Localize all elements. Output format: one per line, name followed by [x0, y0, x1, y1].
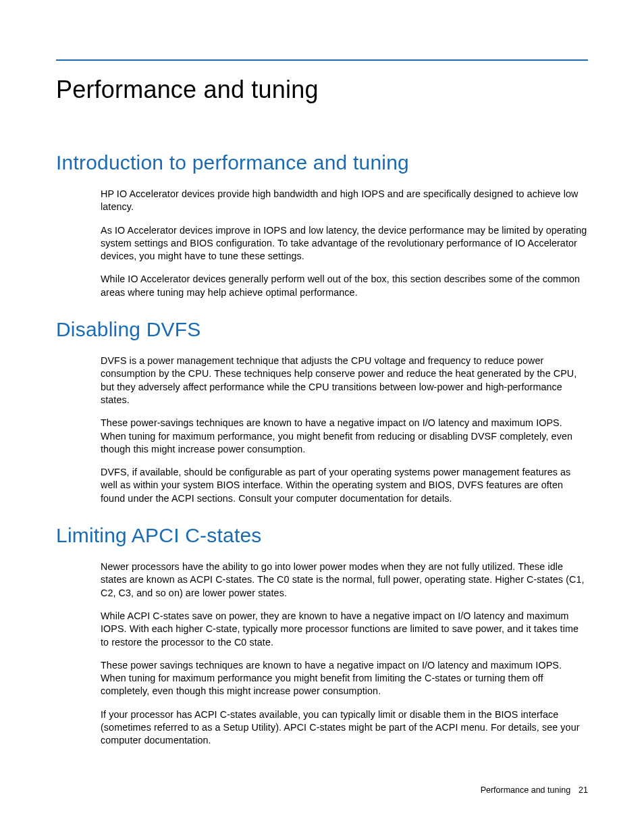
footer-section: Performance and tuning	[481, 785, 570, 795]
body-paragraph: If your processor has ACPI C-states avai…	[101, 708, 588, 748]
page-content: Performance and tuning Introduction to p…	[0, 0, 644, 748]
section-heading-cstates: Limiting APCI C-states	[56, 524, 588, 547]
section-heading-dvfs: Disabling DVFS	[56, 318, 588, 341]
top-rule	[56, 59, 588, 61]
chapter-title: Performance and tuning	[56, 76, 588, 104]
body-paragraph: DVFS is a power management technique tha…	[101, 355, 588, 407]
body-paragraph: Newer processors have the ability to go …	[101, 561, 588, 600]
page-footer: Performance and tuning21	[481, 785, 588, 795]
body-paragraph: While IO Accelerator devices generally p…	[101, 273, 588, 299]
section-heading-intro: Introduction to performance and tuning	[56, 151, 588, 174]
body-paragraph: HP IO Accelerator devices provide high b…	[101, 188, 588, 214]
body-paragraph: While ACPI C-states save on power, they …	[101, 610, 588, 649]
body-paragraph: As IO Accelerator devices improve in IOP…	[101, 224, 588, 263]
body-paragraph: These power savings techniques are known…	[101, 659, 588, 698]
footer-page-number: 21	[579, 785, 588, 795]
body-paragraph: These power-savings techniques are known…	[101, 417, 588, 456]
body-paragraph: DVFS, if available, should be configurab…	[101, 466, 588, 505]
